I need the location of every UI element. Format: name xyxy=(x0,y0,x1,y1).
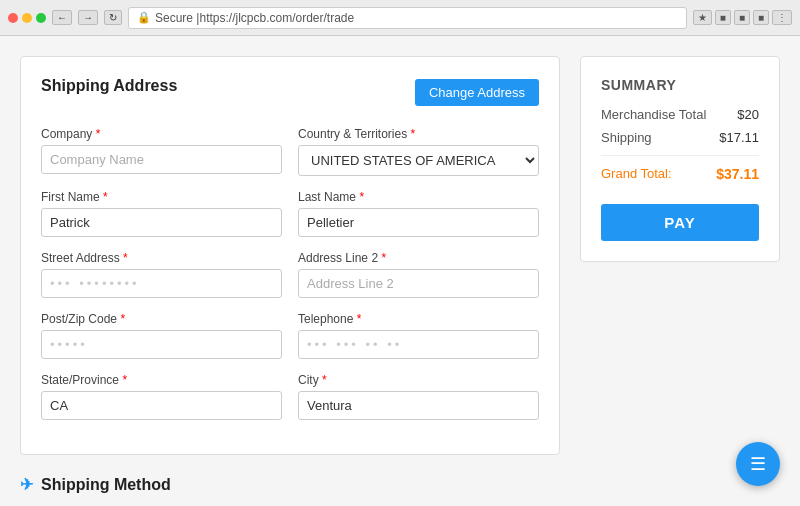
form-group-address2: Address Line 2 * xyxy=(298,251,539,298)
chat-icon: ☰ xyxy=(750,453,766,475)
company-input[interactable] xyxy=(41,145,282,174)
country-required: * xyxy=(411,127,416,141)
form-group-lastname: Last Name * xyxy=(298,190,539,237)
form-group-company: Company * xyxy=(41,127,282,176)
zip-label: Post/Zip Code * xyxy=(41,312,282,326)
street-label: Street Address * xyxy=(41,251,282,265)
chat-fab-button[interactable]: ☰ xyxy=(736,442,780,486)
shipping-address-card: Shipping Address Change Address Company … xyxy=(20,56,560,455)
form-row-company-country: Company * Country & Territories * UNITED… xyxy=(41,127,539,176)
shipping-method-title: ✈ Shipping Method xyxy=(20,475,560,494)
country-select[interactable]: UNITED STATES OF AMERICA xyxy=(298,145,539,176)
merchandise-value: $20 xyxy=(737,107,759,122)
bookmark-icon[interactable]: ★ xyxy=(693,10,712,25)
extension-icon1[interactable]: ■ xyxy=(715,10,731,25)
maximize-dot[interactable] xyxy=(36,13,46,23)
nav-back[interactable]: ← xyxy=(52,10,72,25)
browser-bar: ← → ↻ 🔒 Secure | https://jlcpcb.com/orde… xyxy=(0,0,800,36)
country-label: Country & Territories * xyxy=(298,127,539,141)
grand-total-row: Grand Total: $37.11 xyxy=(601,166,759,182)
change-address-button[interactable]: Change Address xyxy=(415,79,539,106)
form-group-country: Country & Territories * UNITED STATES OF… xyxy=(298,127,539,176)
form-row-state-city: State/Province * City * xyxy=(41,373,539,420)
state-label: State/Province * xyxy=(41,373,282,387)
summary-card: SUMMARY Merchandise Total $20 Shipping $… xyxy=(580,56,780,262)
summary-shipping-row: Shipping $17.11 xyxy=(601,130,759,145)
pay-button[interactable]: PAY xyxy=(601,204,759,241)
form-group-zip: Post/Zip Code * xyxy=(41,312,282,359)
form-row-zip-phone: Post/Zip Code * Telephone * xyxy=(41,312,539,359)
street-input[interactable] xyxy=(41,269,282,298)
grand-total-value: $37.11 xyxy=(716,166,759,182)
minimize-dot[interactable] xyxy=(22,13,32,23)
form-row-name: First Name * Last Name * xyxy=(41,190,539,237)
shipping-label: Shipping xyxy=(601,130,652,145)
form-group-firstname: First Name * xyxy=(41,190,282,237)
summary-divider xyxy=(601,155,759,156)
summary-sidebar: SUMMARY Merchandise Total $20 Shipping $… xyxy=(580,56,780,506)
toolbar-icons: ★ ■ ■ ■ ⋮ xyxy=(693,10,792,25)
lock-icon: 🔒 xyxy=(137,11,151,24)
url-value: https://jlcpcb.com/order/trade xyxy=(199,11,354,25)
section-title: Shipping Address xyxy=(41,77,177,95)
merchandise-label: Merchandise Total xyxy=(601,107,706,122)
shipping-plane-icon: ✈ xyxy=(20,475,33,494)
form-group-state: State/Province * xyxy=(41,373,282,420)
summary-title: SUMMARY xyxy=(601,77,759,93)
extension-icon3[interactable]: ■ xyxy=(753,10,769,25)
close-dot[interactable] xyxy=(8,13,18,23)
phone-input[interactable] xyxy=(298,330,539,359)
address-bar[interactable]: 🔒 Secure | https://jlcpcb.com/order/trad… xyxy=(128,7,687,29)
menu-icon[interactable]: ⋮ xyxy=(772,10,792,25)
address2-input[interactable] xyxy=(298,269,539,298)
extension-icon2[interactable]: ■ xyxy=(734,10,750,25)
url-text: Secure | xyxy=(155,11,199,25)
zip-input[interactable] xyxy=(41,330,282,359)
window-controls xyxy=(8,13,46,23)
shipping-value: $17.11 xyxy=(719,130,759,145)
form-row-address: Street Address * Address Line 2 * xyxy=(41,251,539,298)
city-input[interactable] xyxy=(298,391,539,420)
lastname-label: Last Name * xyxy=(298,190,539,204)
phone-label: Telephone * xyxy=(298,312,539,326)
summary-merchandise-row: Merchandise Total $20 xyxy=(601,107,759,122)
company-required: * xyxy=(96,127,101,141)
grand-total-label: Grand Total: xyxy=(601,166,672,182)
address2-label: Address Line 2 * xyxy=(298,251,539,265)
company-label: Company * xyxy=(41,127,282,141)
form-group-city: City * xyxy=(298,373,539,420)
firstname-label: First Name * xyxy=(41,190,282,204)
page-content: Shipping Address Change Address Company … xyxy=(0,36,800,506)
firstname-input[interactable] xyxy=(41,208,282,237)
main-section: Shipping Address Change Address Company … xyxy=(20,56,560,506)
state-input[interactable] xyxy=(41,391,282,420)
reload[interactable]: ↻ xyxy=(104,10,122,25)
city-label: City * xyxy=(298,373,539,387)
lastname-input[interactable] xyxy=(298,208,539,237)
nav-forward[interactable]: → xyxy=(78,10,98,25)
form-group-phone: Telephone * xyxy=(298,312,539,359)
shipping-method-section: ✈ Shipping Method DHL Express Express st… xyxy=(20,475,560,506)
form-group-street: Street Address * xyxy=(41,251,282,298)
